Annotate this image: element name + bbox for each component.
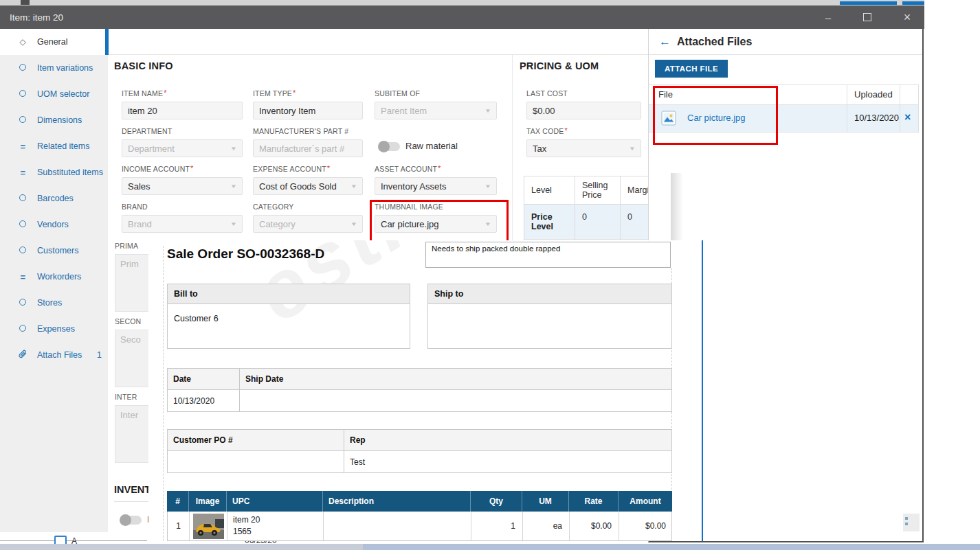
circle-icon <box>17 298 28 308</box>
sidebar-item-label: UOM selector <box>37 89 89 99</box>
items-table-row: 1 item 201565 1 <box>167 512 672 541</box>
circle-icon <box>17 63 28 73</box>
sidebar-item-stores[interactable]: Stores <box>0 290 108 316</box>
field-label: ASSET ACCOUNT <box>375 165 437 173</box>
inventory-section-title-partial: INVENT <box>114 484 151 495</box>
selling-price-cell[interactable]: 0 <box>575 205 621 240</box>
sidebar-item-vendors[interactable]: Vendors <box>0 211 108 238</box>
field-department: DEPARTMENT Department▼ <box>122 127 243 157</box>
dropdown-caret-icon: ▼ <box>629 146 636 152</box>
attached-files-table: File Uploaded Car picture.jpg 10/13/2020… <box>649 84 919 133</box>
required-asterisk: * <box>438 164 441 172</box>
field-label: ITEM TYPE <box>253 89 292 98</box>
sidebar-item-attach-files[interactable]: Attach Files 1 <box>0 342 108 368</box>
manufacturer-part-input[interactable]: Manufacturer`s part # <box>253 139 363 157</box>
customer-po-value <box>168 451 344 472</box>
close-button[interactable]: × <box>893 5 922 29</box>
date-value: 10/13/2020 <box>168 390 240 411</box>
field-item-type: ITEM TYPE* Inventory Item <box>253 89 363 119</box>
sidebar-item-label: Dimensions <box>37 115 82 125</box>
sale-order-preview-window: estimate Sale Order SO-0032368-D Needs t… <box>148 240 703 541</box>
delete-file-icon[interactable]: × <box>904 111 911 124</box>
dropdown-caret-icon: ▼ <box>485 183 491 190</box>
sidebar-item-related-items[interactable]: = Related items <box>0 133 108 159</box>
income-account-select[interactable]: Sales▼ <box>122 177 243 195</box>
last-cost-input[interactable]: $0.00 <box>526 102 641 119</box>
inventory-toggle[interactable] <box>121 516 142 525</box>
basic-info-title: BASIC INFO <box>114 60 173 71</box>
price-col-selling: Selling Price <box>575 176 621 205</box>
panel-shadow <box>671 173 683 240</box>
toggle-knob <box>378 141 390 152</box>
sidebar-item-label: Item variations <box>37 63 93 73</box>
field-category: CATEGORY Category▼ <box>253 203 363 233</box>
sidebar-item-dimensions[interactable]: Dimensions <box>0 107 108 133</box>
sidebar-item-barcodes[interactable]: Barcodes <box>0 185 108 211</box>
horizontal-scrollbar-thumb[interactable] <box>363 544 980 550</box>
tax-code-select[interactable]: Tax▼ <box>526 139 641 157</box>
category-select[interactable]: Category▼ <box>253 215 363 233</box>
sidebar-item-label: Stores <box>37 298 62 308</box>
expense-account-select[interactable]: Cost of Goods Sold▼ <box>253 177 363 195</box>
subitem-of-select[interactable]: Parent Item▼ <box>375 102 497 119</box>
item-name-input[interactable]: item 20 <box>122 102 243 119</box>
field-subitem-of: SUBITEM OF Parent Item▼ <box>375 89 497 119</box>
file-link[interactable]: Car picture.jpg <box>687 113 746 123</box>
field-asset-account: ASSET ACCOUNT* Inventory Assets▼ <box>375 165 497 195</box>
required-asterisk: * <box>293 89 296 97</box>
sidebar-item-expenses[interactable]: Expenses <box>0 316 108 342</box>
maximize-button[interactable] <box>853 5 882 29</box>
divider <box>114 501 148 502</box>
equals-icon: = <box>17 168 28 178</box>
divider <box>512 55 513 240</box>
asset-account-select[interactable]: Inventory Assets▼ <box>375 177 497 195</box>
sidebar-item-general[interactable]: ◇ General <box>0 29 108 55</box>
col-image: Image <box>189 491 227 512</box>
brand-select[interactable]: Brand▼ <box>122 215 243 233</box>
attach-file-button[interactable]: ATTACH FILE <box>655 60 728 78</box>
field-label: TAX CODE <box>526 127 564 135</box>
sidebar-item-substituted-items[interactable]: = Substituted items <box>0 159 108 185</box>
attach-files-count-badge: 1 <box>97 350 102 360</box>
field-thumbnail-image: THUMBNAIL IMAGE Car picture.jpg▼ <box>375 203 497 233</box>
sidebar-item-item-variations[interactable]: Item variations <box>0 55 108 81</box>
panel-resize-grip[interactable] <box>903 514 920 531</box>
dropdown-caret-icon: ▼ <box>230 183 237 190</box>
sidebar-item-label: Expenses <box>37 324 75 334</box>
pricing-section-title: PRICING & UOM <box>520 60 599 71</box>
department-select[interactable]: Department▼ <box>122 139 243 157</box>
field-label: THUMBNAIL IMAGE <box>375 203 497 211</box>
item-type-select[interactable]: Inventory Item <box>253 102 363 119</box>
item-rate: $0.00 <box>570 512 619 540</box>
field-label: BRAND <box>122 203 243 211</box>
uploaded-column-header: Uploaded <box>854 89 893 100</box>
file-column-header: File <box>658 89 673 100</box>
sale-order-title: Sale Order SO-0032368-D <box>167 247 324 262</box>
sidebar-item-uom-selector[interactable]: UOM selector <box>0 81 108 107</box>
ship-to-value <box>428 304 671 323</box>
circle-icon <box>17 115 28 125</box>
sidebar: ◇ General Item variations UOM selector D… <box>0 29 108 532</box>
rep-value: Test <box>344 451 671 472</box>
top-tick-mark <box>21 0 30 5</box>
item-amount: $0.00 <box>619 512 673 540</box>
bill-to-box: Bill to Customer 6 <box>167 284 410 349</box>
bill-to-value: Customer 6 <box>168 304 410 333</box>
field-label: MANUFACTURER'S PART # <box>253 127 363 135</box>
circle-icon <box>17 220 28 229</box>
field-label: EXPENSE ACCOUNT <box>253 165 326 173</box>
attached-files-title: Attached Files <box>677 36 752 48</box>
attached-file-row[interactable]: Car picture.jpg 10/13/2020 × <box>649 105 919 133</box>
raw-material-toggle[interactable] <box>379 142 400 151</box>
sidebar-item-customers[interactable]: Customers <box>0 238 108 264</box>
minimize-button[interactable]: – <box>814 5 843 29</box>
horizontal-scrollbar[interactable] <box>0 544 980 550</box>
minimize-icon: – <box>825 12 831 23</box>
thumbnail-image-select[interactable]: Car picture.jpg▼ <box>375 215 497 233</box>
item-upc: item 201565 <box>227 512 324 540</box>
field-manufacturer-part: MANUFACTURER'S PART # Manufacturer`s par… <box>253 127 363 157</box>
sidebar-item-label: Related items <box>37 141 89 151</box>
sale-order-items-table: # Image UPC Description Qty UM Rate Amou… <box>167 491 672 541</box>
back-arrow-icon[interactable]: ← <box>659 35 671 49</box>
sidebar-item-workorders[interactable]: = Workorders <box>0 264 108 290</box>
